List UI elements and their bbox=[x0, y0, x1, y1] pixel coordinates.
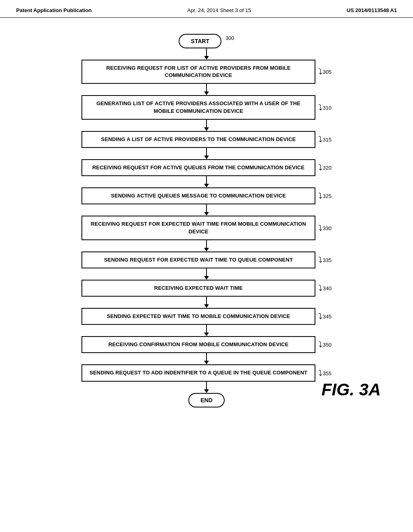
step-number-340: ⤵340 bbox=[318, 283, 332, 293]
arrow-330 bbox=[81, 240, 332, 251]
page-header: Patent Application Publication Apr. 24, … bbox=[0, 0, 413, 18]
arrow-325 bbox=[81, 204, 332, 216]
start-row: START 300 bbox=[179, 34, 234, 48]
step-number-345: ⤵345 bbox=[318, 312, 332, 321]
step-box-wrapper-340: RECEIVING EXPECTED WAIT TIME⤵340 bbox=[81, 280, 332, 297]
start-oval: START bbox=[179, 34, 221, 48]
step-box-wrapper-315: SENDING A LIST OF ACTIVE PROVIDERS TO TH… bbox=[81, 131, 332, 148]
step-number-310: ⤵310 bbox=[318, 103, 332, 112]
end-row: END bbox=[188, 393, 225, 407]
header-center: Apr. 24, 2014 Sheet 3 of 15 bbox=[187, 7, 251, 13]
step-box-340: RECEIVING EXPECTED WAIT TIME bbox=[81, 280, 315, 297]
steps-container: RECEIVING REQUEST FOR LIST OF ACTIVE PRO… bbox=[81, 60, 332, 382]
arrow-end bbox=[204, 382, 209, 393]
step-box-wrapper-320: RECEIVING REQUEST FOR ACTIVE QUEUES FROM… bbox=[81, 159, 332, 176]
step-box-310: GENERATING LIST OF ACTIVE PROVIDERS ASSO… bbox=[81, 95, 315, 119]
step-number-325: ⤵325 bbox=[318, 191, 332, 201]
arrow-0 bbox=[204, 48, 209, 60]
step-box-wrapper-355: SENDING REQUEST TO ADD INDENTIFIER TO A … bbox=[81, 364, 332, 381]
step-number-305: ⤵305 bbox=[318, 67, 332, 77]
arrow-310 bbox=[81, 120, 332, 131]
step-number-315: ⤵315 bbox=[318, 135, 332, 144]
step-box-335: SENDING REQUEST FOR EXPECTED WAIT TIME T… bbox=[81, 251, 315, 268]
step-box-350: RECEIVING CONFIRMATION FROM MOBILE COMMU… bbox=[81, 336, 315, 353]
step-box-wrapper-350: RECEIVING CONFIRMATION FROM MOBILE COMMU… bbox=[81, 336, 332, 353]
fig-label: FIG. 3A bbox=[321, 380, 381, 399]
step-box-355: SENDING REQUEST TO ADD INDENTIFIER TO A … bbox=[81, 364, 315, 381]
end-oval: END bbox=[188, 393, 225, 407]
step-box-330: RECEIVING REQUEST FOR EXPECTED WAIT TIME… bbox=[81, 216, 315, 240]
step-number-335: ⤵335 bbox=[318, 255, 332, 264]
arrow-345 bbox=[81, 325, 332, 336]
step-box-345: SENDING EXPECTED WAIT TIME TO MOBILE COM… bbox=[81, 308, 315, 325]
step-box-wrapper-310: GENERATING LIST OF ACTIVE PROVIDERS ASSO… bbox=[81, 95, 332, 119]
step-box-315: SENDING A LIST OF ACTIVE PROVIDERS TO TH… bbox=[81, 131, 315, 148]
step-box-320: RECEIVING REQUEST FOR ACTIVE QUEUES FROM… bbox=[81, 159, 315, 176]
step-number-330: ⤵330 bbox=[318, 223, 332, 233]
header-left: Patent Application Publication bbox=[16, 7, 92, 13]
arrow-340 bbox=[81, 297, 332, 308]
step-box-325: SENDING ACTIVE QUEUES MESSAGE TO COMMUNI… bbox=[81, 187, 315, 204]
step-box-wrapper-330: RECEIVING REQUEST FOR EXPECTED WAIT TIME… bbox=[81, 216, 332, 240]
step-box-305: RECEIVING REQUEST FOR LIST OF ACTIVE PRO… bbox=[81, 60, 315, 84]
arrow-305 bbox=[81, 84, 332, 95]
diagram-container: START 300 RECEIVING REQUEST FOR LIST OF … bbox=[0, 18, 413, 420]
step-box-wrapper-325: SENDING ACTIVE QUEUES MESSAGE TO COMMUNI… bbox=[81, 187, 332, 204]
arrow-320 bbox=[81, 176, 332, 187]
step-number-355: ⤵355 bbox=[318, 368, 332, 378]
step-box-wrapper-345: SENDING EXPECTED WAIT TIME TO MOBILE COM… bbox=[81, 308, 332, 325]
step-box-wrapper-305: RECEIVING REQUEST FOR LIST OF ACTIVE PRO… bbox=[81, 60, 332, 84]
arrow-315 bbox=[81, 148, 332, 159]
step-number-350: ⤵350 bbox=[318, 340, 332, 349]
header-right: US 2014/0113548 A1 bbox=[346, 7, 397, 13]
step-box-wrapper-335: SENDING REQUEST FOR EXPECTED WAIT TIME T… bbox=[81, 251, 332, 268]
start-label: 300 bbox=[225, 35, 234, 41]
flowchart: START 300 RECEIVING REQUEST FOR LIST OF … bbox=[16, 30, 397, 407]
arrow-335 bbox=[81, 268, 332, 280]
step-number-320: ⤵320 bbox=[318, 163, 332, 172]
arrow-350 bbox=[81, 353, 332, 364]
